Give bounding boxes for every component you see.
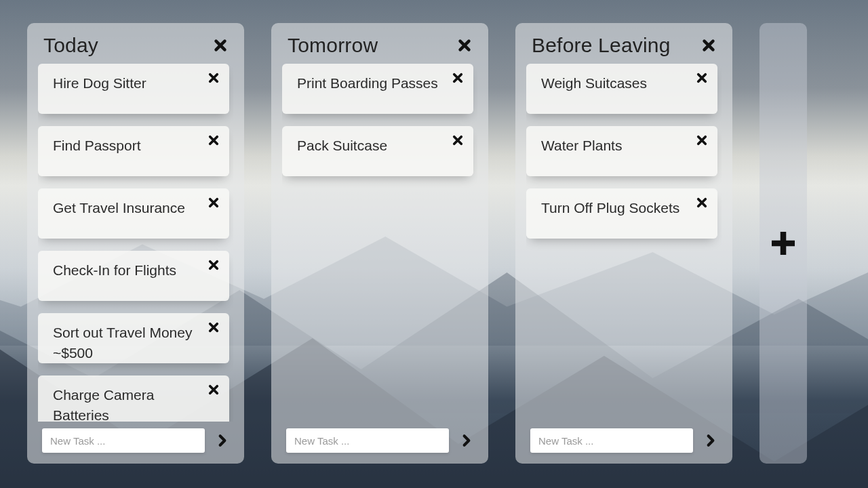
task-text: Water Plants	[541, 138, 622, 153]
task-text: Sort out Travel Money ~$500	[53, 325, 192, 361]
column-title: Before Leaving	[532, 34, 671, 57]
column-header: Today	[38, 34, 233, 60]
task-card[interactable]: Turn Off Plug Sockets	[526, 188, 717, 239]
column-footer	[526, 422, 722, 454]
task-card[interactable]: Pack Suitcase	[282, 126, 473, 176]
task-card[interactable]: Check-In for Flights	[38, 251, 229, 301]
column-today: Today Hire Dog Sitter Find Passport Get …	[27, 23, 244, 464]
task-card[interactable]: Weigh Suitcases	[526, 64, 717, 114]
add-task-icon[interactable]	[704, 434, 717, 447]
task-text: Print Boarding Passes	[297, 75, 438, 91]
task-card[interactable]: Print Boarding Passes	[282, 64, 473, 114]
task-text: Turn Off Plug Sockets	[541, 200, 679, 216]
task-card[interactable]: Find Passport	[38, 126, 229, 176]
delete-task-icon[interactable]	[208, 134, 220, 146]
plus-icon	[772, 232, 795, 255]
close-column-icon[interactable]	[457, 38, 472, 53]
new-task-input[interactable]	[530, 428, 693, 453]
add-task-icon[interactable]	[216, 434, 229, 447]
task-text: Hire Dog Sitter	[53, 75, 146, 91]
delete-task-icon[interactable]	[208, 72, 220, 84]
add-task-icon[interactable]	[460, 434, 473, 447]
column-title: Today	[43, 34, 98, 57]
task-text: Charge Camera Batteries	[53, 387, 154, 422]
task-list[interactable]: Print Boarding Passes Pack Suitcase	[282, 64, 477, 422]
task-card[interactable]: Sort out Travel Money ~$500	[38, 313, 229, 363]
task-card[interactable]: Get Travel Insurance	[38, 188, 229, 239]
column-title: Tomorrow	[288, 34, 378, 57]
task-list[interactable]: Hire Dog Sitter Find Passport Get Travel…	[38, 64, 233, 422]
delete-task-icon[interactable]	[696, 72, 708, 84]
task-card[interactable]: Water Plants	[526, 126, 717, 176]
new-task-input[interactable]	[286, 428, 449, 453]
task-card[interactable]: Charge Camera Batteries	[38, 375, 229, 422]
delete-task-icon[interactable]	[208, 384, 220, 396]
column-footer	[282, 422, 477, 454]
column-tomorrow: Tomorrow Print Boarding Passes Pack Suit…	[271, 23, 488, 464]
add-column-button[interactable]	[760, 23, 807, 464]
delete-task-icon[interactable]	[452, 72, 464, 84]
delete-task-icon[interactable]	[696, 134, 708, 146]
new-task-input[interactable]	[42, 428, 205, 453]
task-card[interactable]: Hire Dog Sitter	[38, 64, 229, 114]
task-list[interactable]: Weigh Suitcases Water Plants Turn Off Pl…	[526, 64, 722, 422]
delete-task-icon[interactable]	[208, 321, 220, 333]
task-text: Get Travel Insurance	[53, 200, 185, 216]
task-text: Weigh Suitcases	[541, 75, 647, 91]
delete-task-icon[interactable]	[208, 197, 220, 209]
column-footer	[38, 422, 233, 454]
delete-task-icon[interactable]	[208, 259, 220, 271]
close-column-icon[interactable]	[701, 38, 716, 53]
column-header: Before Leaving	[526, 34, 722, 60]
task-text: Check-In for Flights	[53, 262, 176, 278]
delete-task-icon[interactable]	[696, 197, 708, 209]
column-header: Tomorrow	[282, 34, 477, 60]
delete-task-icon[interactable]	[452, 134, 464, 146]
task-text: Find Passport	[53, 138, 141, 153]
column-before-leaving: Before Leaving Weigh Suitcases Water Pla…	[515, 23, 732, 464]
task-text: Pack Suitcase	[297, 138, 387, 153]
board: Today Hire Dog Sitter Find Passport Get …	[0, 0, 868, 488]
close-column-icon[interactable]	[213, 38, 228, 53]
